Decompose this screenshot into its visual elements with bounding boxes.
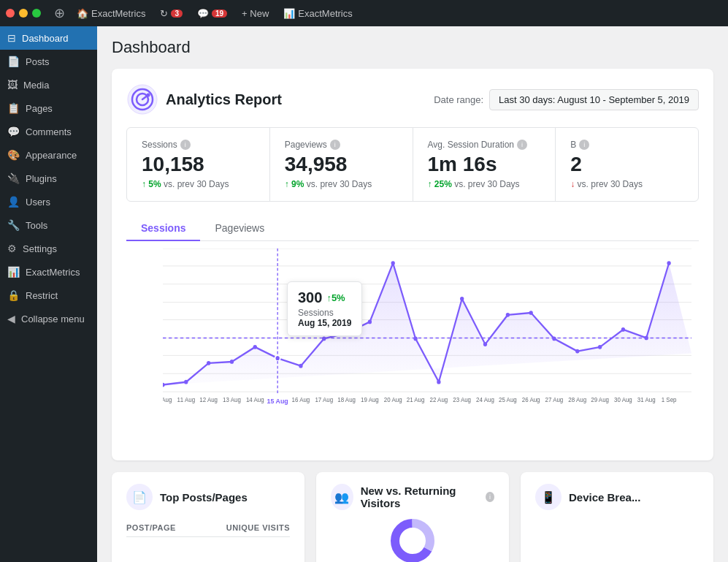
svg-point-38 (460, 297, 464, 301)
site-icon: 🏠 (77, 8, 88, 19)
svg-text:16 Aug: 16 Aug (292, 397, 310, 403)
sidebar-item-users[interactable]: 👤 Users (0, 190, 97, 213)
new-vs-returning-icon: 👥 (331, 484, 353, 510)
plugin-topbar-item[interactable]: 📊 ExactMetrics (280, 0, 355, 26)
sessions-change: ↑ 5% vs. prev 30 Days (142, 179, 255, 189)
svg-text:11 Aug: 11 Aug (177, 397, 195, 403)
pageviews-info-icon[interactable]: i (330, 140, 340, 150)
date-range-label: Date range: (434, 94, 483, 105)
svg-text:17 Aug: 17 Aug (315, 397, 333, 403)
sidebar-item-plugins[interactable]: 🔌 Plugins (0, 167, 97, 190)
top-posts-table-header: POST/PAGE UNIQUE VISITS (126, 519, 290, 537)
svg-text:22 Aug: 22 Aug (430, 397, 448, 403)
sidebar-item-appearance[interactable]: 🎨 Appearance (0, 143, 97, 167)
minimize-button[interactable] (19, 9, 28, 18)
layout: ⊟ Dashboard 📄 Posts 🖼 Media 📋 Pages 💬 Co… (0, 26, 728, 562)
svg-point-37 (437, 380, 440, 384)
svg-marker-24 (163, 263, 691, 384)
svg-text:18 Aug: 18 Aug (337, 397, 356, 403)
analytics-title: Analytics Report (166, 91, 282, 108)
sessions-info-icon[interactable]: i (180, 140, 191, 150)
donut-chart-preview (383, 519, 442, 562)
svg-text:10 Aug: 10 Aug (163, 397, 172, 403)
top-posts-title: Top Posts/Pages (160, 491, 248, 504)
update-icon: ↻ (160, 8, 168, 19)
sidebar: ⊟ Dashboard 📄 Posts 🖼 Media 📋 Pages 💬 Co… (0, 26, 97, 562)
svg-point-47 (667, 261, 670, 265)
comments-item[interactable]: 💬 19 (194, 0, 230, 26)
svg-text:31 Aug: 31 Aug (637, 397, 656, 403)
metrics-row: Sessions i 10,158 ↑ 5% vs. prev 30 Days … (126, 127, 699, 202)
svg-point-36 (413, 337, 417, 341)
svg-text:29 Aug: 29 Aug (591, 397, 609, 403)
dashboard-icon: ⊟ (7, 32, 16, 44)
svg-text:27 Aug: 27 Aug (545, 397, 564, 403)
svg-point-32 (322, 337, 326, 341)
sidebar-item-comments[interactable]: 💬 Comments (0, 120, 97, 143)
page-title: Dashboard (112, 38, 713, 57)
b-value: 2 (570, 153, 683, 176)
analytics-header: Analytics Report Date range: Last 30 day… (126, 83, 699, 115)
svg-point-34 (368, 320, 372, 324)
card-top-posts-header: 📄 Top Posts/Pages (126, 484, 290, 510)
users-icon: 👤 (7, 196, 20, 208)
pageviews-label: Pageviews i (285, 140, 398, 150)
sidebar-item-dashboard[interactable]: ⊟ Dashboard (0, 26, 97, 50)
svg-text:23 Aug: 23 Aug (453, 397, 471, 403)
new-vs-returning-title: New vs. Returning Visitors (361, 485, 478, 509)
pages-icon: 📋 (7, 102, 20, 114)
sidebar-item-posts[interactable]: 📄 Posts (0, 50, 97, 73)
settings-icon: ⚙ (7, 243, 17, 254)
sidebar-item-pages[interactable]: 📋 Pages (0, 96, 97, 120)
new-vs-returning-info-icon[interactable]: i (486, 492, 494, 502)
svg-text:15 Aug: 15 Aug (267, 398, 288, 405)
svg-text:13 Aug: 13 Aug (223, 397, 241, 403)
avg-session-info-icon[interactable]: i (517, 140, 527, 150)
close-button[interactable] (6, 9, 15, 18)
svg-point-39 (483, 342, 487, 346)
exactmetrics-icon: 📊 (7, 266, 20, 278)
analytics-card: Analytics Report Date range: Last 30 day… (112, 69, 713, 460)
tab-sessions[interactable]: Sessions (126, 216, 200, 241)
wp-logo-icon[interactable]: ⊕ (54, 5, 65, 21)
svg-text:14 Aug: 14 Aug (246, 397, 264, 403)
date-range-value[interactable]: Last 30 days: August 10 - September 5, 2… (489, 89, 699, 110)
date-range-area: Date range: Last 30 days: August 10 - Se… (434, 89, 699, 110)
tools-icon: 🔧 (7, 219, 20, 231)
svg-point-27 (207, 361, 210, 365)
metric-b: B i 2 ↓ vs. prev 30 Days (556, 128, 698, 201)
maximize-button[interactable] (32, 9, 41, 18)
tab-pageviews[interactable]: Pageviews (200, 216, 279, 241)
chart-area: 900 800 700 600 500 400 300 200 100 (126, 241, 699, 446)
sidebar-item-settings[interactable]: ⚙ Settings (0, 237, 97, 260)
svg-point-43 (575, 349, 579, 354)
chart-tabs: Sessions Pageviews (126, 216, 699, 241)
updates-item[interactable]: ↻ 3 (157, 0, 185, 26)
sidebar-item-media[interactable]: 🖼 Media (0, 73, 97, 96)
metric-avg-session: Avg. Session Duration i 1m 16s ↑ 25% vs.… (413, 128, 556, 201)
chart-svg: 900 800 700 600 500 400 300 200 100 (163, 248, 691, 409)
b-label: B i (570, 140, 683, 150)
sidebar-item-collapse[interactable]: ◀ Collapse menu (0, 307, 97, 330)
sidebar-item-tools[interactable]: 🔧 Tools (0, 213, 97, 237)
card-new-vs-returning: 👥 New vs. Returning Visitors i (316, 472, 509, 562)
analytics-logo-area: Analytics Report (126, 83, 282, 115)
new-button[interactable]: + New (239, 8, 272, 19)
svg-point-40 (506, 313, 510, 317)
sessions-value: 10,158 (142, 153, 255, 176)
svg-point-35 (391, 261, 395, 265)
bottom-cards: 📄 Top Posts/Pages POST/PAGE UNIQUE VISIT… (112, 472, 713, 562)
card-device-breakdown-header: 📱 Device Brea... (535, 484, 699, 510)
metric-pageviews: Pageviews i 34,958 ↑ 9% vs. prev 30 Days (270, 128, 413, 201)
pageviews-change: ↑ 9% vs. prev 30 Days (285, 179, 398, 189)
svg-point-31 (299, 364, 302, 368)
svg-point-4 (147, 94, 150, 97)
sidebar-item-exactmetrics[interactable]: 📊 ExactMetrics (0, 260, 97, 284)
card-device-breakdown: 📱 Device Brea... (521, 472, 713, 562)
device-breakdown-icon: 📱 (535, 484, 562, 510)
b-info-icon[interactable]: i (579, 140, 589, 150)
svg-point-46 (645, 336, 648, 341)
avg-session-label: Avg. Session Duration i (428, 140, 541, 150)
sidebar-item-restrict[interactable]: 🔒 Restrict (0, 284, 97, 307)
site-name[interactable]: 🏠 ExactMetrics (74, 0, 148, 26)
